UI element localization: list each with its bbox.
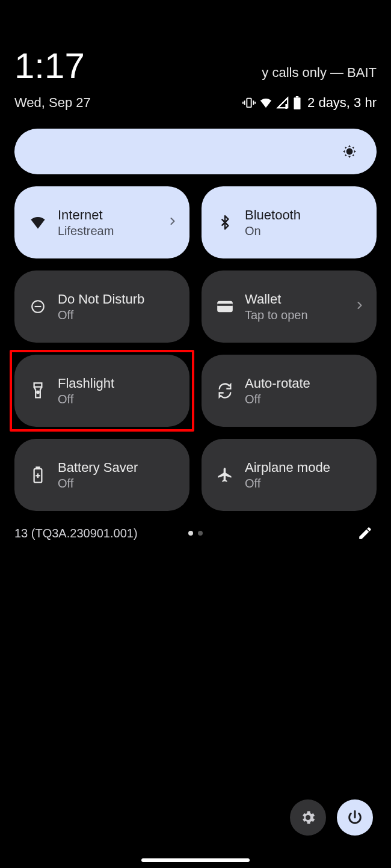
tile-title: Flashlight: [58, 376, 179, 391]
brightness-slider[interactable]: [14, 129, 377, 174]
tile-subtitle: Off: [58, 308, 179, 322]
rotate-icon: [216, 382, 234, 399]
page-dot: [188, 531, 193, 536]
tile-battery_saver[interactable]: Battery SaverOff: [14, 439, 189, 511]
svg-point-8: [347, 149, 353, 154]
power-button[interactable]: [337, 799, 373, 836]
svg-point-14: [37, 391, 39, 394]
svg-text:!: !: [286, 103, 288, 109]
tile-wallet[interactable]: WalletTap to open: [202, 270, 377, 343]
signal-icon: !: [276, 96, 289, 109]
page-dot: [198, 531, 203, 536]
svg-rect-16: [36, 467, 39, 469]
flashlight-icon: [29, 382, 47, 399]
tile-text: FlashlightOff: [58, 376, 179, 406]
tile-text: InternetLifestream: [58, 207, 156, 238]
tile-subtitle: On: [245, 224, 366, 238]
carrier-text: y calls only — BAIT: [262, 65, 377, 81]
tile-bluetooth[interactable]: BluetoothOn: [202, 186, 377, 258]
clock: 1:17: [14, 48, 85, 84]
quick-settings-footer: 13 (TQ3A.230901.001): [0, 511, 391, 541]
svg-rect-13: [34, 383, 42, 387]
date-text: Wed, Sep 27: [14, 95, 91, 111]
tile-airplane[interactable]: Airplane modeOff: [202, 439, 377, 511]
tile-title: Auto-rotate: [245, 376, 366, 391]
wifi-icon: [29, 214, 47, 231]
battery-icon: [29, 466, 47, 483]
tile-subtitle: Lifestream: [58, 224, 156, 238]
tile-title: Battery Saver: [58, 460, 179, 475]
svg-rect-11: [217, 301, 233, 313]
tile-subtitle: Off: [58, 477, 179, 491]
tile-text: BluetoothOn: [245, 207, 366, 238]
svg-rect-0: [247, 99, 251, 108]
tile-subtitle: Off: [245, 393, 366, 406]
wifi-icon: [259, 96, 272, 109]
navigation-handle[interactable]: [141, 858, 250, 862]
tile-subtitle: Tap to open: [245, 308, 343, 322]
tile-internet[interactable]: InternetLifestream: [14, 186, 189, 258]
tile-text: Auto-rotateOff: [245, 376, 366, 406]
svg-rect-7: [296, 96, 298, 97]
tile-text: WalletTap to open: [245, 292, 343, 322]
tile-subtitle: Off: [245, 477, 366, 491]
airplane-icon: [216, 466, 234, 483]
tile-title: Airplane mode: [245, 460, 366, 475]
vibrate-icon: [242, 96, 256, 109]
battery-estimate: 2 days, 3 hr: [307, 95, 377, 111]
bluetooth-icon: [216, 215, 234, 230]
tile-text: Do Not DisturbOff: [58, 292, 179, 322]
tile-title: Internet: [58, 207, 156, 223]
wallet-icon: [216, 300, 234, 313]
tile-subtitle: Off: [58, 393, 179, 406]
brightness-icon: [342, 144, 357, 159]
tile-text: Airplane modeOff: [245, 460, 366, 491]
build-version: 13 (TQ3A.230901.001): [14, 527, 138, 540]
tile-dnd[interactable]: Do Not DisturbOff: [14, 270, 189, 343]
chevron-right-icon: [354, 299, 366, 314]
tile-title: Do Not Disturb: [58, 292, 179, 307]
settings-button[interactable]: [290, 799, 326, 836]
edit-tiles-button[interactable]: [357, 525, 373, 541]
status-icons: ! 2 days, 3 hr: [242, 95, 377, 111]
svg-rect-6: [294, 97, 301, 109]
tile-autorotate[interactable]: Auto-rotateOff: [202, 355, 377, 427]
tile-title: Bluetooth: [245, 207, 366, 223]
tile-title: Wallet: [245, 292, 343, 307]
bottom-action-buttons: [290, 799, 373, 836]
page-indicator: [188, 531, 203, 536]
tile-flashlight[interactable]: FlashlightOff: [14, 355, 189, 427]
chevron-right-icon: [167, 215, 179, 230]
quick-settings-header: 1:17 y calls only — BAIT Wed, Sep 27 ! 2…: [0, 0, 391, 111]
svg-rect-12: [217, 304, 233, 306]
dnd-icon: [29, 299, 47, 314]
battery-icon: [293, 96, 301, 109]
tile-text: Battery SaverOff: [58, 460, 179, 491]
quick-settings-tiles: InternetLifestreamBluetoothOnDo Not Dist…: [0, 174, 391, 511]
